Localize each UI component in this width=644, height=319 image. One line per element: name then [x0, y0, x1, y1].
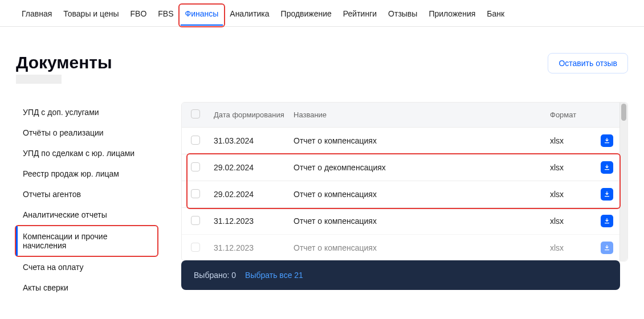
cell-format: xlsx: [550, 163, 596, 172]
page-subtitle-redacted: [16, 75, 62, 84]
select-all-checkbox[interactable]: [191, 109, 200, 118]
cell-date: 29.02.2024: [214, 163, 294, 172]
table-row: 29.02.2024Отчет о декомпенсацияхxlsx: [182, 154, 627, 181]
table-row: 31.12.2023Отчет о компенсацияхxlsx: [182, 234, 627, 261]
nav-item-2[interactable]: FBO: [125, 5, 153, 26]
download-icon[interactable]: [601, 215, 613, 227]
table-row: 29.02.2024Отчет о компенсацияхxlsx: [182, 181, 627, 207]
nav-item-0[interactable]: Главная: [16, 5, 58, 26]
feedback-button[interactable]: Оставить отзыв: [548, 53, 628, 73]
nav-item-10[interactable]: Банк: [481, 5, 510, 26]
table-row: 31.03.2024Отчет о компенсацияхxlsx: [182, 127, 627, 154]
cell-name: Отчет о декомпенсациях: [294, 163, 550, 172]
table-header-row: Дата формирования Название Формат: [182, 103, 627, 127]
nav-item-8[interactable]: Отзывы: [382, 5, 423, 26]
sidebar: УПД с доп. услугамиОтчёты о реализацииУП…: [16, 102, 164, 298]
column-header-name: Название: [294, 111, 550, 119]
column-header-date: Дата формирования: [214, 111, 294, 119]
select-all-link[interactable]: Выбрать все 21: [245, 271, 303, 280]
cell-name: Отчет о компенсациях: [294, 190, 550, 199]
scrollbar-thumb[interactable]: [621, 104, 626, 121]
cell-name: Отчет о компенсациях: [294, 243, 550, 252]
sidebar-item-5[interactable]: Аналитические отчеты: [16, 205, 164, 225]
page-title: Документы: [16, 53, 112, 72]
cell-format: xlsx: [550, 190, 596, 199]
cell-date: 29.02.2024: [214, 190, 294, 199]
sidebar-item-4[interactable]: Отчеты агентов: [16, 184, 164, 205]
cell-format: xlsx: [550, 243, 596, 252]
row-checkbox[interactable]: [191, 189, 200, 198]
sidebar-item-8[interactable]: Акты сверки: [16, 277, 164, 298]
cell-name: Отчет о компенсациях: [294, 216, 550, 226]
cell-date: 31.03.2024: [214, 136, 294, 145]
row-checkbox[interactable]: [191, 136, 200, 145]
cell-name: Отчет о компенсациях: [294, 136, 550, 145]
sidebar-item-0[interactable]: УПД с доп. услугами: [16, 102, 164, 122]
row-checkbox[interactable]: [191, 216, 200, 225]
row-checkbox[interactable]: [191, 162, 200, 171]
cell-date: 31.12.2023: [214, 216, 294, 226]
documents-table: Дата формирования Название Формат 31.03.…: [181, 102, 628, 261]
nav-item-5[interactable]: Аналитика: [224, 5, 275, 26]
cell-format: xlsx: [550, 136, 596, 145]
sidebar-item-7[interactable]: Счета на оплату: [16, 257, 164, 277]
nav-item-4[interactable]: Финансы: [178, 3, 226, 27]
row-checkbox[interactable]: [191, 243, 200, 252]
nav-item-7[interactable]: Рейтинги: [337, 5, 382, 26]
download-icon[interactable]: [601, 242, 613, 254]
main-content: Дата формирования Название Формат 31.03.…: [181, 102, 628, 298]
top-nav: ГлавнаяТовары и ценыFBOFBSФинансыАналити…: [0, 0, 644, 27]
sidebar-item-6[interactable]: Компенсации и прочие начисления: [16, 226, 157, 256]
nav-item-1[interactable]: Товары и цены: [58, 5, 124, 26]
page-header: Документы Оставить отзыв: [0, 27, 644, 87]
selection-count: Выбрано: 0: [194, 271, 236, 280]
nav-item-3[interactable]: FBS: [152, 5, 179, 26]
column-header-format: Формат: [550, 111, 596, 119]
scrollbar-track[interactable]: [619, 103, 627, 261]
sidebar-item-3[interactable]: Реестр продаж юр. лицам: [16, 163, 164, 184]
selection-bar: Выбрано: 0 Выбрать все 21: [181, 260, 620, 290]
download-icon[interactable]: [601, 161, 613, 174]
sidebar-item-2[interactable]: УПД по сделкам с юр. лицами: [16, 143, 164, 163]
table-row: 31.12.2023Отчет о компенсацияхxlsx: [182, 207, 627, 234]
nav-item-9[interactable]: Приложения: [423, 5, 481, 26]
cell-date: 31.12.2023: [214, 243, 294, 252]
sidebar-item-1[interactable]: Отчёты о реализации: [16, 122, 164, 143]
download-icon[interactable]: [601, 134, 613, 147]
nav-item-6[interactable]: Продвижение: [275, 5, 337, 26]
download-icon[interactable]: [601, 188, 613, 201]
cell-format: xlsx: [550, 216, 596, 226]
